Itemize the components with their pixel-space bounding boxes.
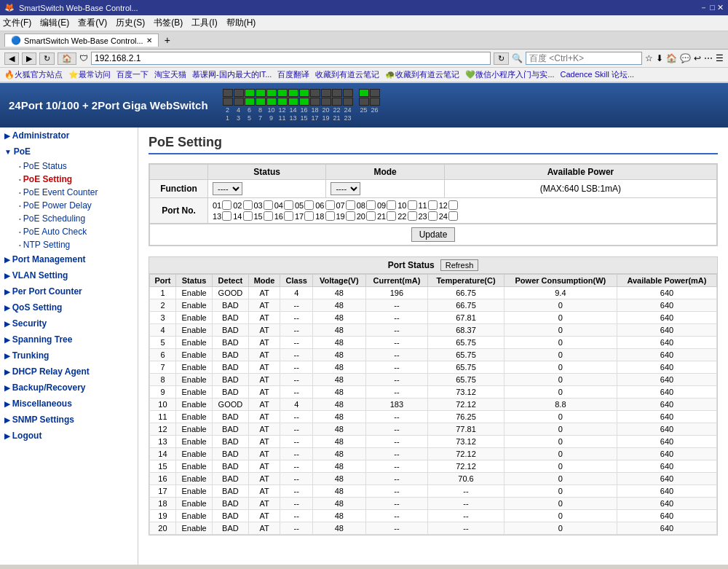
- sidebar-item-poe-setting[interactable]: PoE Setting: [15, 173, 138, 186]
- port-check-21[interactable]: [387, 211, 396, 221]
- download-icon[interactable]: ⬇: [656, 53, 663, 63]
- sidebar-item-snmp-settings[interactable]: SNMP Settings: [0, 412, 138, 428]
- port-check-12[interactable]: [448, 200, 458, 210]
- sidebar-item-poe-power-delay[interactable]: PoE Power Delay: [15, 199, 138, 212]
- port-check-10[interactable]: [408, 200, 417, 210]
- refresh-button[interactable]: Refresh: [440, 259, 479, 271]
- sidebar-item-poe-scheduling[interactable]: PoE Scheduling: [15, 212, 138, 225]
- menu-tools[interactable]: 工具(I): [191, 17, 217, 29]
- port-check-14[interactable]: [243, 211, 253, 221]
- port-check-13[interactable]: [222, 211, 232, 221]
- port-cb-08[interactable]: 08: [357, 200, 376, 210]
- go-button[interactable]: ↻: [494, 52, 509, 65]
- port-cb-23[interactable]: 23: [419, 211, 438, 221]
- bookmark-translate[interactable]: 百度翻译: [277, 69, 309, 80]
- port-cb-24[interactable]: 24: [439, 211, 458, 221]
- dots-icon[interactable]: ⋯: [704, 53, 713, 63]
- sidebar-item-poe-event-counter[interactable]: PoE Event Counter: [15, 186, 138, 199]
- port-cb-04[interactable]: 04: [274, 200, 293, 210]
- status-cell[interactable]: ----: [208, 180, 326, 198]
- port-cb-15[interactable]: 15: [254, 211, 273, 221]
- menu-icon[interactable]: ☰: [716, 53, 724, 63]
- menu-help[interactable]: 帮助(H): [226, 17, 256, 29]
- menu-file[interactable]: 文件(F): [3, 17, 31, 29]
- status-select[interactable]: ----: [213, 182, 242, 195]
- mode-cell[interactable]: ----: [326, 180, 444, 198]
- bookmark-youdao2[interactable]: 🐢收藏到有道云笔记: [385, 69, 459, 80]
- port-check-19[interactable]: [346, 211, 355, 221]
- browser-tab[interactable]: 🔵 SmartSwitch Web-Base Control... ✕: [4, 34, 159, 47]
- window-controls[interactable]: － □ ✕: [700, 2, 724, 13]
- port-cb-17[interactable]: 17: [295, 211, 314, 221]
- sidebar-item-miscellaneous[interactable]: Miscellaneous: [0, 396, 138, 412]
- port-cb-09[interactable]: 09: [377, 200, 396, 210]
- port-check-16[interactable]: [284, 211, 293, 221]
- sidebar-item-trunking[interactable]: Trunking: [0, 348, 138, 364]
- update-button[interactable]: Update: [411, 227, 456, 242]
- menu-bookmarks[interactable]: 书签(B): [154, 17, 183, 29]
- port-check-15[interactable]: [264, 211, 273, 221]
- port-cb-21[interactable]: 21: [377, 211, 396, 221]
- port-cb-07[interactable]: 07: [336, 200, 355, 210]
- sidebar-item-poe-status[interactable]: PoE Status: [15, 160, 138, 173]
- port-check-23[interactable]: [428, 211, 438, 221]
- menu-edit[interactable]: 编辑(E): [40, 17, 69, 29]
- port-check-08[interactable]: [366, 200, 376, 210]
- sidebar-item-spanning-tree[interactable]: Spanning Tree: [0, 331, 138, 348]
- port-cb-14[interactable]: 14: [233, 211, 252, 221]
- reload-button[interactable]: ↻: [39, 52, 55, 65]
- port-check-02[interactable]: [243, 200, 253, 210]
- port-cb-20[interactable]: 20: [357, 211, 376, 221]
- port-check-03[interactable]: [264, 200, 273, 210]
- home-icon2[interactable]: 🏠: [666, 53, 677, 63]
- bookmark-wechat[interactable]: 💚微信小程序入门与实...: [465, 69, 554, 80]
- sidebar-item-per-port-counter[interactable]: Per Port Counter: [0, 283, 138, 299]
- sidebar-item-poe[interactable]: PoE: [0, 144, 138, 160]
- port-check-09[interactable]: [387, 200, 396, 210]
- bookmark-recent[interactable]: ⭐最常访问: [68, 69, 111, 80]
- bookmark-cadence[interactable]: Cadence Skill 论坛...: [561, 69, 634, 80]
- menu-history[interactable]: 历史(S): [116, 17, 145, 29]
- sidebar-item-qos-setting[interactable]: QoS Setting: [0, 299, 138, 315]
- port-check-18[interactable]: [325, 211, 335, 221]
- sidebar-item-logout[interactable]: Logout: [0, 428, 138, 444]
- address-input[interactable]: [91, 52, 491, 65]
- port-cb-13[interactable]: 13: [213, 211, 232, 221]
- port-check-24[interactable]: [448, 211, 458, 221]
- port-check-11[interactable]: [428, 200, 438, 210]
- search-input[interactable]: [526, 52, 642, 65]
- port-check-01[interactable]: [222, 200, 232, 210]
- home-button[interactable]: 🏠: [58, 52, 76, 65]
- port-cb-10[interactable]: 10: [397, 200, 416, 210]
- chat-icon[interactable]: 💬: [680, 53, 691, 63]
- sidebar-item-dhcp-relay-agent[interactable]: DHCP Relay Agent: [0, 364, 138, 380]
- port-check-04[interactable]: [284, 200, 293, 210]
- sidebar-item-ntp-setting[interactable]: NTP Setting: [15, 238, 138, 251]
- bookmark-taobao[interactable]: 淘宝天猫: [154, 69, 186, 80]
- port-cb-19[interactable]: 19: [336, 211, 355, 221]
- mode-select[interactable]: ----: [331, 182, 360, 195]
- sidebar-item-backup-recovery[interactable]: Backup/Recovery: [0, 380, 138, 396]
- sidebar-item-security[interactable]: Security: [0, 315, 138, 331]
- back-button[interactable]: ◀: [4, 52, 19, 65]
- bookmark-firefox[interactable]: 🔥火狐官方站点: [4, 69, 63, 80]
- port-cb-22[interactable]: 22: [397, 211, 416, 221]
- tab-close-button[interactable]: ✕: [146, 36, 152, 44]
- port-check-05[interactable]: [304, 200, 314, 210]
- port-check-06[interactable]: [325, 200, 335, 210]
- port-check-17[interactable]: [304, 211, 314, 221]
- port-cb-03[interactable]: 03: [254, 200, 273, 210]
- port-cb-02[interactable]: 02: [233, 200, 252, 210]
- sidebar-item-poe-auto-check[interactable]: PoE Auto Check: [15, 225, 138, 238]
- new-tab-button[interactable]: +: [162, 34, 173, 46]
- port-cb-12[interactable]: 12: [439, 200, 458, 210]
- sidebar-item-port-management[interactable]: Port Management: [0, 251, 138, 267]
- bookmark-imooc[interactable]: 慕课网-国内最大的IT...: [192, 69, 272, 80]
- port-check-22[interactable]: [408, 211, 417, 221]
- sidebar-item-vlan-setting[interactable]: VLAN Setting: [0, 267, 138, 283]
- port-cb-01[interactable]: 01: [213, 200, 232, 210]
- port-cb-18[interactable]: 18: [315, 211, 334, 221]
- bookmark-youdao1[interactable]: 收藏到有道云笔记: [315, 69, 379, 80]
- forward-button[interactable]: ▶: [22, 52, 36, 65]
- port-check-20[interactable]: [366, 211, 376, 221]
